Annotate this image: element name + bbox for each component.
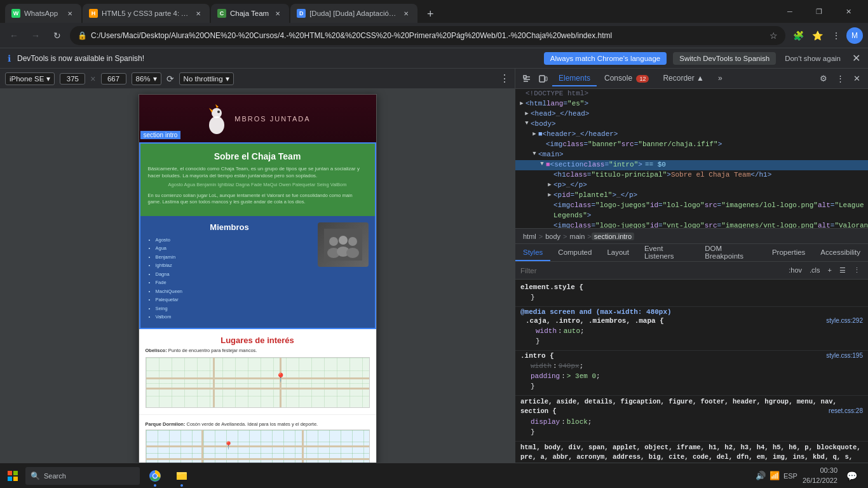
- styles-tab-styles[interactable]: Styles: [515, 244, 550, 261]
- p-plantel-arrow[interactable]: [546, 191, 553, 198]
- svg-rect-21: [13, 477, 18, 481]
- svg-point-4: [217, 111, 220, 113]
- taskbar-search[interactable]: 🔍 Search: [25, 467, 140, 485]
- tab-chajateam[interactable]: C Chaja Team ✕: [211, 4, 289, 23]
- main-line[interactable]: <main>: [515, 150, 868, 160]
- styles-filter-input[interactable]: [520, 267, 786, 274]
- nav-back[interactable]: ←: [5, 27, 23, 44]
- p-line1[interactable]: <p> _ </p>: [515, 180, 868, 191]
- tab-whatsapp[interactable]: W WhatsApp ✕: [5, 4, 81, 23]
- throttle-selector[interactable]: No throttling ▾: [179, 72, 234, 85]
- tab-duda[interactable]: D [Duda] [Duda] Adaptación a disp... ✕: [290, 4, 417, 23]
- dont-show-again-button[interactable]: Don't show again: [782, 55, 843, 62]
- tab-duda-close[interactable]: ✕: [401, 8, 411, 18]
- breadcrumb-main[interactable]: main: [567, 233, 588, 240]
- bookmark-icon[interactable]: ☆: [770, 30, 778, 41]
- speaker-icon[interactable]: 🔊: [756, 471, 766, 480]
- notification-close[interactable]: ✕: [852, 52, 860, 64]
- article-style-block: article, aside, details, figcaption, fig…: [515, 396, 868, 442]
- tab-html5css3[interactable]: H HTML5 y CSS3 parte 4: Avanzanc... ✕: [83, 4, 210, 23]
- switch-devtools-button[interactable]: Switch DevTools to Spanish: [673, 52, 776, 65]
- breadcrumb-section-intro[interactable]: section.intro: [592, 233, 634, 240]
- viewport-more-button[interactable]: ⋮: [499, 72, 510, 85]
- header-arrow[interactable]: [531, 130, 538, 137]
- styles-tab-dom-breakpoints[interactable]: DOM Breakpoints: [697, 244, 764, 261]
- taskbar-right: 🔊 📶 ESP 00:30 26/12/2022 💬: [756, 466, 868, 485]
- devtools-tab-recorder[interactable]: Recorder ▲: [656, 71, 710, 86]
- tab-chaja-close[interactable]: ✕: [273, 8, 283, 18]
- viewport-height-input[interactable]: [101, 73, 126, 85]
- device-selector[interactable]: iPhone SE ▾: [5, 72, 55, 85]
- inspect-element-button[interactable]: [519, 71, 534, 86]
- nav-reload[interactable]: ↻: [48, 27, 66, 44]
- new-tab-button[interactable]: +: [421, 5, 439, 23]
- viewport-toolbar: iPhone SE ▾ × 86% ▾ ⟳ No throttling ▾ ⋮: [0, 69, 515, 89]
- nav-forward[interactable]: →: [27, 27, 44, 44]
- tab-html5-close[interactable]: ✕: [193, 8, 203, 18]
- extensions-icon[interactable]: 🧩: [789, 27, 807, 44]
- body-line[interactable]: <body>: [515, 119, 868, 130]
- device-toggle-button[interactable]: [536, 71, 551, 86]
- doctype-line[interactable]: <!DOCTYPE html>: [515, 89, 868, 99]
- members-photo: [318, 222, 369, 267]
- places-p2-label: Parque Dormilon:: [146, 421, 186, 427]
- devtools-close-icon[interactable]: ✕: [849, 71, 864, 86]
- section-arrow[interactable]: [538, 161, 546, 167]
- body-arrow[interactable]: [523, 120, 531, 126]
- profile-avatar[interactable]: M: [846, 27, 863, 44]
- p-plantel-line[interactable]: <p id="plantel" > _ </p>: [515, 191, 868, 201]
- html-line[interactable]: <html lang="es" >: [515, 99, 868, 109]
- cls-filter-btn[interactable]: .cls: [807, 266, 823, 274]
- taskbar-app-chrome[interactable]: [142, 463, 168, 489]
- styles-tab-event-listeners[interactable]: Event Listeners: [637, 244, 697, 261]
- devtools-settings-icon[interactable]: ⚙: [816, 71, 831, 86]
- url-bar[interactable]: 🔒 C:/Users/Maci/Desktop/Alura%20ONE%20-%…: [70, 26, 785, 45]
- head-arrow[interactable]: [523, 110, 531, 117]
- h1-line[interactable]: <h1 class="titulo-principal" > Sobre el …: [515, 170, 868, 180]
- taskbar-clock[interactable]: 00:30 26/12/2022: [803, 466, 837, 485]
- tab-whatsapp-close[interactable]: ✕: [65, 8, 75, 18]
- section-intro-line[interactable]: ■ <section class="intro" > == $0: [515, 160, 868, 170]
- list-item: Benjamín: [156, 253, 313, 262]
- styles-tab-properties[interactable]: Properties: [764, 244, 813, 261]
- start-button[interactable]: [0, 463, 25, 489]
- img-lol-line[interactable]: <img class="logo-juegos" id="lol-logo" s…: [515, 201, 868, 211]
- site-places: Lugares de interés Obelisco: Punto de en…: [139, 329, 376, 414]
- bookmark-manager-icon[interactable]: ⭐: [808, 27, 826, 44]
- devtools-tab-console[interactable]: Console 12: [598, 71, 655, 86]
- always-match-button[interactable]: Always match Chrome's language: [544, 52, 667, 65]
- window-close[interactable]: ✕: [834, 0, 863, 23]
- zoom-selector[interactable]: 86% ▾: [132, 72, 161, 85]
- members-list: Agosto Agua Benjamín Ightblaz Dagna Fade…: [147, 236, 313, 322]
- header-line[interactable]: ■ <header> _ </header>: [515, 130, 868, 140]
- html-arrow[interactable]: [518, 100, 526, 107]
- settings-icon[interactable]: ⋮: [827, 27, 845, 44]
- rotate-icon[interactable]: ⟳: [166, 74, 174, 84]
- devtools-toolbar: Elements Console 12 Recorder ▲ » ⚙ ⋮ ✕: [515, 69, 868, 89]
- p1-arrow[interactable]: [546, 181, 553, 188]
- breadcrumb-html[interactable]: html: [520, 233, 539, 240]
- main-arrow[interactable]: [531, 151, 538, 157]
- network-icon[interactable]: 📶: [770, 471, 780, 480]
- devtools-tab-more[interactable]: »: [712, 71, 729, 86]
- styles-tab-computed[interactable]: Computed: [550, 244, 599, 261]
- styles-tab-layout[interactable]: Layout: [599, 244, 637, 261]
- head-line[interactable]: <head> _ </head>: [515, 109, 868, 119]
- styles-tab-accessibility[interactable]: Accessibility: [813, 244, 868, 261]
- devtools-tab-elements[interactable]: Elements: [552, 71, 597, 86]
- add-style-btn[interactable]: +: [825, 266, 834, 274]
- viewport-width-input[interactable]: [60, 73, 85, 85]
- taskbar-app-explorer[interactable]: [169, 463, 194, 489]
- devtools-more-icon[interactable]: ⋮: [832, 71, 848, 86]
- window-restore[interactable]: ❐: [804, 0, 834, 23]
- viewport-content[interactable]: MBROS JUNTADA section intro 940 × 344 So…: [0, 89, 515, 488]
- img-banner-line[interactable]: <img class="banner" src="banner/chaja.if…: [515, 140, 868, 150]
- hov-filter-btn[interactable]: :hov: [786, 266, 804, 274]
- img-vnt-line[interactable]: <img class="logo-juegos" id="vnt-logo" s…: [515, 221, 868, 229]
- viewport-section: iPhone SE ▾ × 86% ▾ ⟳ No throttling ▾ ⋮: [0, 69, 515, 488]
- breadcrumb-body[interactable]: body: [543, 233, 563, 240]
- window-minimize[interactable]: ─: [775, 0, 804, 23]
- new-style-rule-btn[interactable]: ☰: [837, 266, 848, 274]
- more-options-btn[interactable]: ⋮: [851, 266, 863, 274]
- notification-button[interactable]: 💬: [843, 467, 860, 485]
